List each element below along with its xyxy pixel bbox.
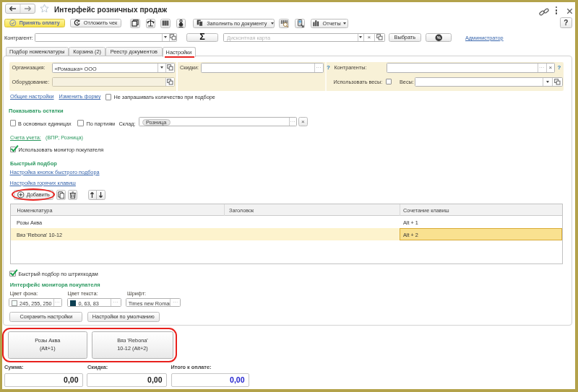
svg-text:%: % [436, 35, 440, 40]
